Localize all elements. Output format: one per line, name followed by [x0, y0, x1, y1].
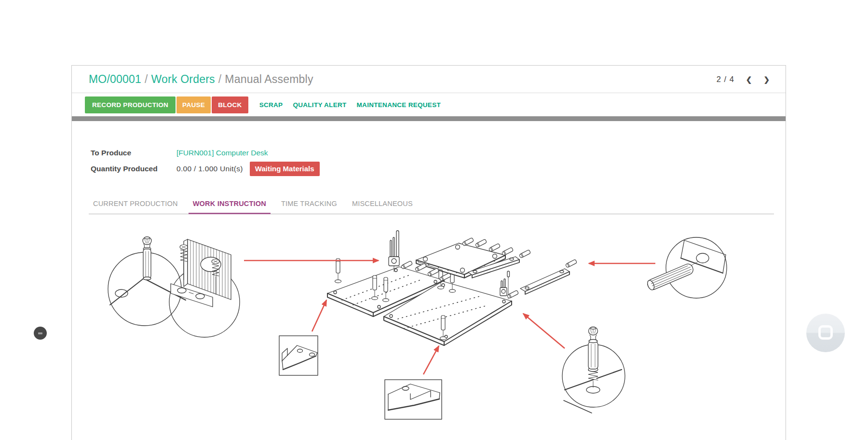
breadcrumb: MO/00001/Work Orders/Manual Assembly [89, 73, 313, 86]
assembly-diagram [72, 210, 787, 440]
record-production-button[interactable]: RECORD PRODUCTION [85, 96, 176, 113]
block-button[interactable]: BLOCK [212, 96, 248, 113]
scrap-button[interactable]: SCRAP [259, 101, 283, 109]
progress-bar [72, 116, 786, 121]
work-order-card: MO/00001/Work Orders/Manual Assembly 2 /… [71, 65, 786, 440]
quantity-value: 0.00 / 1.000 Unit(s) [176, 165, 243, 173]
chevron-right-icon[interactable]: ❯ [763, 76, 770, 83]
recording-dot[interactable] [34, 327, 47, 340]
chevron-left-icon[interactable]: ❮ [746, 76, 752, 83]
breadcrumb-current: Manual Assembly [225, 73, 313, 85]
pause-button[interactable]: PAUSE [176, 96, 211, 113]
minus-icon [38, 332, 42, 334]
breadcrumb-link-mo[interactable]: MO/00001 [89, 73, 141, 85]
home-button-icon [818, 325, 833, 340]
field-row-to-produce: To Produce [FURN001] Computer Desk [91, 149, 786, 157]
field-label-to-produce: To Produce [91, 149, 176, 157]
maintenance-request-button[interactable]: MAINTENANCE REQUEST [357, 101, 441, 109]
breadcrumb-separator: / [141, 73, 151, 85]
product-link[interactable]: [FURN001] Computer Desk [176, 149, 268, 157]
field-label-quantity-produced: Quantity Produced [91, 165, 176, 173]
card-header: MO/00001/Work Orders/Manual Assembly 2 /… [72, 66, 786, 93]
status-badge: Waiting Materials [250, 162, 320, 176]
breadcrumb-separator: / [215, 73, 225, 85]
pager-count: 2 / 4 [717, 75, 734, 84]
breadcrumb-link-work-orders[interactable]: Work Orders [151, 73, 215, 85]
quality-alert-button[interactable]: QUALITY ALERT [293, 101, 346, 109]
field-row-quantity: Quantity Produced 0.00 / 1.000 Unit(s) W… [91, 162, 786, 176]
action-bar: RECORD PRODUCTION PAUSE BLOCK SCRAP QUAL… [72, 93, 786, 116]
pager: 2 / 4 ❮ ❯ [717, 75, 770, 84]
ipad-home-button[interactable] [806, 314, 845, 352]
fields-group: To Produce [FURN001] Computer Desk Quant… [91, 149, 786, 176]
